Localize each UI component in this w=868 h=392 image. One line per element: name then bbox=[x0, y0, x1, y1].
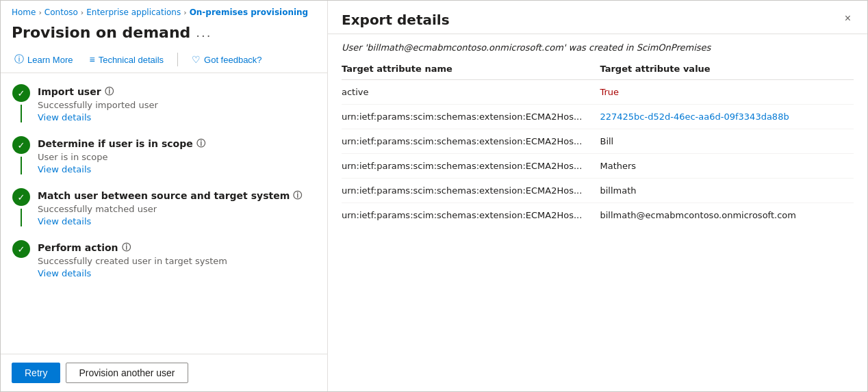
technical-details-button[interactable]: ≡ Technical details bbox=[86, 53, 166, 66]
provision-another-button[interactable]: Provision another user bbox=[66, 363, 188, 383]
breadcrumb-current: On-premises provisioning bbox=[190, 8, 309, 17]
step-check-2: ✓ bbox=[12, 136, 30, 154]
table-row: urn:ietf:params:scim:schemas:extension:E… bbox=[342, 179, 854, 203]
more-options-icon[interactable]: ... bbox=[196, 25, 212, 40]
subtitle-user: 'billmath@ecmabmcontoso.onmicrosoft.com' bbox=[365, 42, 566, 53]
left-panel: Home › Contoso › Enterprise applications… bbox=[1, 1, 328, 391]
right-panel: Export details × User 'billmath@ecmabmco… bbox=[328, 1, 867, 391]
steps-area: ✓ Import user ⓘ Successfully imported us… bbox=[1, 73, 327, 354]
export-table: Target attribute name Target attribute v… bbox=[342, 58, 854, 227]
export-title: Export details bbox=[342, 12, 450, 28]
heart-icon: ♡ bbox=[192, 54, 201, 65]
attr-value-cell: 227425bc-d52d-46ec-aa6d-09f3343da88b bbox=[600, 105, 854, 129]
col-header-name: Target attribute name bbox=[342, 58, 600, 80]
col-header-value: Target attribute value bbox=[600, 58, 854, 80]
step-check-4: ✓ bbox=[12, 240, 30, 258]
attr-name-cell: urn:ietf:params:scim:schemas:extension:E… bbox=[342, 154, 600, 179]
table-header-row: Target attribute name Target attribute v… bbox=[342, 58, 854, 80]
breadcrumb-sep-2: › bbox=[81, 8, 84, 17]
step-4-info-icon[interactable]: ⓘ bbox=[122, 241, 131, 254]
export-table-container: Target attribute name Target attribute v… bbox=[328, 58, 867, 391]
step-2-info-icon[interactable]: ⓘ bbox=[196, 138, 205, 150]
learn-more-label: Learn More bbox=[27, 55, 73, 65]
export-subtitle: User 'billmath@ecmabmcontoso.onmicrosoft… bbox=[328, 34, 867, 58]
step-match-user: ✓ Match user between source and target s… bbox=[12, 188, 316, 226]
step-icon-col-4: ✓ bbox=[12, 240, 31, 278]
step-2-desc: User is in scope bbox=[38, 152, 316, 162]
table-row: urn:ietf:params:scim:schemas:extension:E… bbox=[342, 105, 854, 129]
breadcrumb: Home › Contoso › Enterprise applications… bbox=[1, 1, 327, 21]
attr-name-cell: urn:ietf:params:scim:schemas:extension:E… bbox=[342, 203, 600, 228]
toolbar: ⓘ Learn More ≡ Technical details ♡ Got f… bbox=[1, 48, 327, 73]
breadcrumb-sep-1: › bbox=[38, 8, 41, 17]
step-1-desc: Successfully imported user bbox=[38, 100, 316, 110]
breadcrumb-home[interactable]: Home bbox=[12, 8, 36, 17]
breadcrumb-enterprise[interactable]: Enterprise applications bbox=[86, 8, 181, 17]
step-import-user: ✓ Import user ⓘ Successfully imported us… bbox=[12, 84, 316, 122]
subtitle-suffix: was created in ScimOnPremises bbox=[565, 42, 711, 53]
close-button[interactable]: × bbox=[842, 12, 854, 25]
step-content-4: Perform action ⓘ Successfully created us… bbox=[38, 240, 316, 278]
got-feedback-button[interactable]: ♡ Got feedback? bbox=[189, 53, 265, 66]
retry-button[interactable]: Retry bbox=[12, 363, 60, 383]
step-determine-scope: ✓ Determine if user is in scope ⓘ User i… bbox=[12, 136, 316, 174]
step-3-title: Match user between source and target sys… bbox=[38, 190, 316, 202]
step-4-desc: Successfully created user in target syst… bbox=[38, 256, 316, 266]
got-feedback-label: Got feedback? bbox=[204, 55, 262, 65]
step-line-2 bbox=[21, 157, 22, 174]
info-circle-icon: ⓘ bbox=[14, 53, 24, 66]
learn-more-button[interactable]: ⓘ Learn More bbox=[12, 52, 75, 67]
step-content-3: Match user between source and target sys… bbox=[38, 188, 316, 226]
step-1-info-icon[interactable]: ⓘ bbox=[105, 86, 114, 98]
step-1-view-details[interactable]: View details bbox=[38, 112, 91, 122]
step-4-view-details[interactable]: View details bbox=[38, 268, 91, 278]
page-title: Provision on demand bbox=[12, 24, 190, 41]
toolbar-divider bbox=[177, 53, 178, 66]
breadcrumb-contoso[interactable]: Contoso bbox=[44, 8, 78, 17]
attr-value-cell: Bill bbox=[600, 129, 854, 154]
attr-value-cell: billmath@ecmabmcontoso.onmicrosoft.com bbox=[600, 203, 854, 228]
technical-details-label: Technical details bbox=[99, 55, 164, 65]
step-content-1: Import user ⓘ Successfully imported user… bbox=[38, 84, 316, 122]
subtitle-prefix: User bbox=[342, 42, 365, 53]
bottom-actions: Retry Provision another user bbox=[1, 354, 327, 391]
step-icon-col-3: ✓ bbox=[12, 188, 31, 226]
step-2-title: Determine if user is in scope ⓘ bbox=[38, 138, 316, 150]
main-layout: Home › Contoso › Enterprise applications… bbox=[1, 1, 867, 391]
step-2-view-details[interactable]: View details bbox=[38, 164, 91, 174]
step-check-1: ✓ bbox=[12, 84, 30, 102]
step-1-title: Import user ⓘ bbox=[38, 86, 316, 98]
step-line-3 bbox=[21, 209, 22, 226]
attr-value-cell: billmath bbox=[600, 179, 854, 203]
step-check-3: ✓ bbox=[12, 188, 30, 206]
attr-value-cell: True bbox=[600, 80, 854, 105]
step-3-view-details[interactable]: View details bbox=[38, 216, 91, 226]
table-row: urn:ietf:params:scim:schemas:extension:E… bbox=[342, 154, 854, 179]
table-row: activeTrue bbox=[342, 80, 854, 105]
list-icon: ≡ bbox=[89, 54, 94, 65]
attr-name-cell: urn:ietf:params:scim:schemas:extension:E… bbox=[342, 129, 600, 154]
step-perform-action: ✓ Perform action ⓘ Successfully created … bbox=[12, 240, 316, 278]
main-window: Home › Contoso › Enterprise applications… bbox=[0, 0, 868, 392]
right-header: Export details × bbox=[328, 1, 867, 34]
attr-name-cell: active bbox=[342, 80, 600, 105]
step-line-1 bbox=[21, 105, 22, 122]
step-4-title: Perform action ⓘ bbox=[38, 241, 316, 254]
table-row: urn:ietf:params:scim:schemas:extension:E… bbox=[342, 203, 854, 228]
step-icon-col-1: ✓ bbox=[12, 84, 31, 122]
page-title-row: Provision on demand ... bbox=[1, 21, 327, 48]
step-icon-col-2: ✓ bbox=[12, 136, 31, 174]
attr-name-cell: urn:ietf:params:scim:schemas:extension:E… bbox=[342, 105, 600, 129]
step-3-desc: Successfully matched user bbox=[38, 204, 316, 214]
step-content-2: Determine if user is in scope ⓘ User is … bbox=[38, 136, 316, 174]
attr-name-cell: urn:ietf:params:scim:schemas:extension:E… bbox=[342, 179, 600, 203]
step-3-info-icon[interactable]: ⓘ bbox=[293, 190, 302, 202]
table-row: urn:ietf:params:scim:schemas:extension:E… bbox=[342, 129, 854, 154]
attr-value-cell: Mathers bbox=[600, 154, 854, 179]
breadcrumb-sep-3: › bbox=[183, 8, 186, 17]
